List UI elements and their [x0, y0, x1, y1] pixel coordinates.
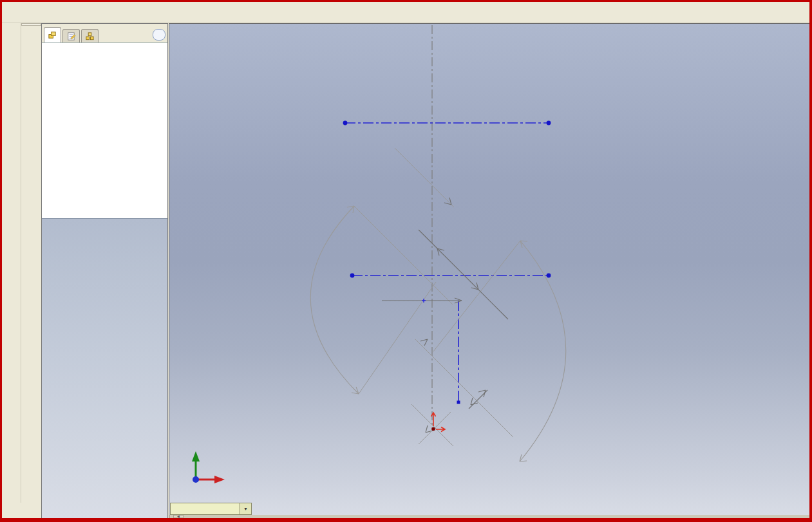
orientation-combo[interactable]: ▼ — [170, 503, 252, 515]
scroll-left-icon[interactable]: ◀ — [173, 515, 184, 518]
tab-featuremanager[interactable] — [44, 27, 61, 42]
top-toolbar — [2, 2, 809, 23]
chevron-down-icon[interactable]: ▼ — [240, 503, 251, 514]
panel-collapse-button[interactable] — [153, 29, 165, 41]
configurations-icon — [85, 32, 95, 41]
featuremanager-panel — [41, 23, 168, 519]
part-icon — [48, 30, 57, 40]
feature-tree — [42, 43, 167, 48]
sketch-toolbar — [21, 23, 41, 26]
solidworks-window: ▼ ◀ — [0, 0, 812, 522]
reference-triad — [185, 442, 236, 489]
tab-propertymanager[interactable] — [62, 29, 80, 42]
tab-configurationmanager[interactable] — [81, 29, 99, 42]
features-toolbar — [2, 23, 21, 503]
featuremanager-tabs — [42, 24, 167, 43]
horizontal-scrollbar[interactable]: ◀ — [169, 515, 810, 518]
panel-empty-area — [42, 218, 167, 518]
angle-arc-left[interactable] — [310, 206, 359, 394]
graphics-area[interactable] — [169, 24, 810, 518]
angle-arc-right[interactable] — [520, 241, 566, 461]
viewport[interactable]: ▼ ◀ — [169, 23, 810, 518]
orientation-value — [171, 503, 240, 514]
property-sheet-icon — [66, 32, 76, 41]
